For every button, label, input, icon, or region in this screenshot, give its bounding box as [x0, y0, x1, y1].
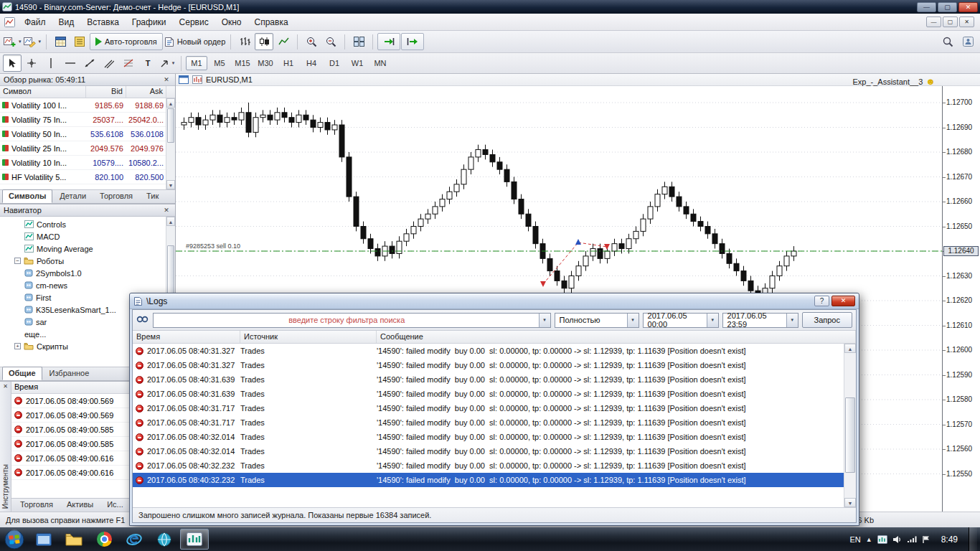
timeframe-m30[interactable]: M30	[255, 56, 276, 70]
navigator-tab-Общие[interactable]: Общие	[2, 367, 42, 380]
child-restore-button[interactable]: ▢	[943, 17, 958, 27]
horizontal-line-tool-button[interactable]	[61, 55, 80, 72]
timeframe-h1[interactable]: H1	[278, 56, 299, 70]
column-bid[interactable]: Bid	[86, 86, 126, 98]
close-icon[interactable]: ✕	[3, 383, 8, 390]
taskbar-explorer-icon[interactable]	[60, 529, 88, 550]
scrollbar-thumb[interactable]	[167, 245, 174, 296]
child-minimize-button[interactable]: —	[926, 17, 941, 27]
help-button[interactable]: ?	[814, 296, 829, 306]
price-scale[interactable]: 1.127001.126901.126801.126701.126601.126…	[942, 86, 980, 512]
minimize-button[interactable]: —	[917, 2, 936, 12]
toolbox-vertical-tab[interactable]: Инструменты	[1, 464, 9, 509]
market-watch-tab-Детали[interactable]: Детали	[53, 189, 93, 203]
log-row[interactable]: 2017.06.05 08:40:31.639Trades'14590': fa…	[133, 372, 856, 387]
market-watch-tab-Тик[interactable]: Тик	[140, 189, 165, 203]
arrow-down-icon[interactable]: ▼	[166, 180, 175, 189]
expert-advisor-label[interactable]: Exp_-_Assistant__3 ☻	[852, 77, 936, 86]
filter-mode-select[interactable]: Полностью ▾	[555, 313, 639, 328]
logs-scrollbar[interactable]: ▲ ▼	[844, 344, 856, 507]
volume-icon[interactable]	[892, 535, 902, 544]
menu-item-Вставка[interactable]: Вставка	[80, 15, 126, 29]
new-chart-button[interactable]: ▾	[3, 33, 22, 50]
start-button[interactable]	[0, 527, 29, 551]
trendline-tool-button[interactable]	[80, 55, 99, 72]
arrows-tool-button[interactable]: ▾	[158, 55, 176, 72]
logs-dialog-title-bar[interactable]: \Logs ? ✕	[130, 293, 859, 309]
chart-line-button[interactable]	[274, 33, 293, 50]
column-message[interactable]: Сообщение	[377, 331, 856, 343]
date-from-select[interactable]: 2017.06.05 00:00 ▾	[643, 313, 719, 328]
chart-bars-button[interactable]	[235, 33, 254, 50]
market-watch-title-bar[interactable]: Обзор рынка: 05:49:11 ✕	[0, 74, 175, 86]
dialog-close-button[interactable]: ✕	[831, 296, 855, 306]
market-watch-toggle-button[interactable]	[51, 33, 70, 50]
expand-toggle-icon[interactable]: −	[14, 258, 21, 264]
taskbar-clock[interactable]: 8:49	[936, 534, 963, 545]
log-row[interactable]: 2017.06.05 08:40:32.014Trades'14590': fa…	[133, 430, 856, 444]
autotrading-button[interactable]: Авто-торговля	[90, 33, 163, 50]
crosshair-tool-button[interactable]	[22, 55, 41, 72]
chart-profiles-button[interactable]: ▾	[23, 33, 42, 50]
chart-candles-button[interactable]	[255, 33, 273, 50]
action-center-flag-icon[interactable]	[922, 535, 930, 544]
data-window-toggle-button[interactable]	[70, 33, 89, 50]
menu-item-Вид[interactable]: Вид	[52, 15, 81, 29]
close-icon[interactable]: ✕	[161, 76, 171, 83]
scrollbar-thumb[interactable]	[167, 108, 174, 143]
toolbox-tab-Активы[interactable]: Активы	[60, 498, 100, 512]
menu-item-Графики[interactable]: Графики	[126, 15, 173, 29]
taskbar-metatrader-icon[interactable]	[180, 529, 209, 550]
expert-smiley-icon[interactable]: ☻	[925, 77, 936, 86]
log-row[interactable]: 2017.06.05 08:40:31.717Trades'14590': fa…	[133, 401, 856, 415]
taskbar-app-window-icon[interactable]	[29, 529, 58, 550]
navigator-tab-Избранное[interactable]: Избранное	[43, 367, 96, 380]
taskbar-ie-icon[interactable]	[120, 529, 149, 550]
taskbar-browser-globe-icon[interactable]	[150, 529, 179, 550]
timeframe-m5[interactable]: M5	[209, 56, 230, 70]
navigator-item[interactable]: Moving Average	[0, 242, 175, 255]
log-row[interactable]: 2017.06.05 08:40:32.232Trades'14590': fa…	[133, 473, 856, 487]
auto-scroll-button[interactable]	[377, 33, 400, 50]
tray-language[interactable]: EN	[849, 535, 860, 544]
menu-item-Окно[interactable]: Окно	[215, 15, 248, 29]
market-watch-scrollbar[interactable]: ▲ ▼	[166, 98, 175, 189]
close-button[interactable]: ✕	[958, 2, 978, 12]
timeframe-mn[interactable]: MN	[369, 56, 391, 70]
menu-item-Файл[interactable]: Файл	[18, 15, 52, 29]
scrollbar-thumb[interactable]	[845, 397, 855, 473]
market-watch-row[interactable]: Volatility 75 In...25037....25042.0...	[0, 113, 175, 127]
market-watch-row[interactable]: HF Volatility 5...820.100820.500	[0, 170, 175, 184]
taskbar-chrome-icon[interactable]	[90, 529, 118, 550]
navigator-item[interactable]: Controls	[0, 218, 175, 230]
navigator-item[interactable]: MACD	[0, 230, 175, 242]
toolbox-tab-Ис...[interactable]: Ис...	[100, 498, 130, 512]
chart-shift-button[interactable]	[401, 33, 424, 50]
new-order-button[interactable]: Новый ордер	[164, 33, 227, 50]
log-row[interactable]: 2017.06.05 08:40:32.014Trades'14590': fa…	[133, 444, 856, 458]
arrow-down-icon[interactable]: ▼	[844, 498, 856, 507]
channel-tool-button[interactable]	[100, 55, 118, 72]
date-to-select[interactable]: 2017.06.05 23:59 ▾	[722, 313, 798, 328]
arrow-up-icon[interactable]: ▲	[844, 344, 856, 353]
expand-toggle-icon[interactable]: +	[14, 343, 21, 349]
navigator-item[interactable]: 2Symbols1.0	[0, 267, 175, 279]
search-icon[interactable]	[938, 33, 957, 50]
menu-item-Сервис[interactable]: Сервис	[173, 15, 215, 29]
column-time[interactable]: Время	[11, 382, 144, 393]
navigator-item[interactable]: −Роботы	[0, 255, 175, 267]
navigator-item[interactable]: cm-news	[0, 279, 175, 291]
log-row[interactable]: 2017.06.05 08:40:31.639Trades'14590': fa…	[133, 387, 856, 401]
market-watch-row[interactable]: Volatility 10 In...10579....10580.2...	[0, 156, 175, 170]
log-row[interactable]: 2017.06.05 08:40:31.717Trades'14590': fa…	[133, 415, 856, 430]
timeframe-h4[interactable]: H4	[301, 56, 322, 70]
vertical-line-tool-button[interactable]	[42, 55, 60, 72]
fibonacci-tool-button[interactable]	[119, 55, 138, 72]
timeframe-w1[interactable]: W1	[347, 56, 368, 70]
close-icon[interactable]: ✕	[161, 207, 171, 214]
timeframe-d1[interactable]: D1	[324, 56, 345, 70]
menu-item-Справка[interactable]: Справка	[248, 15, 295, 29]
navigator-title-bar[interactable]: Навигатор ✕	[0, 204, 175, 217]
log-row[interactable]: 2017.06.05 08:40:31.327Trades'14590': fa…	[133, 358, 856, 372]
column-time[interactable]: Время	[133, 331, 240, 343]
